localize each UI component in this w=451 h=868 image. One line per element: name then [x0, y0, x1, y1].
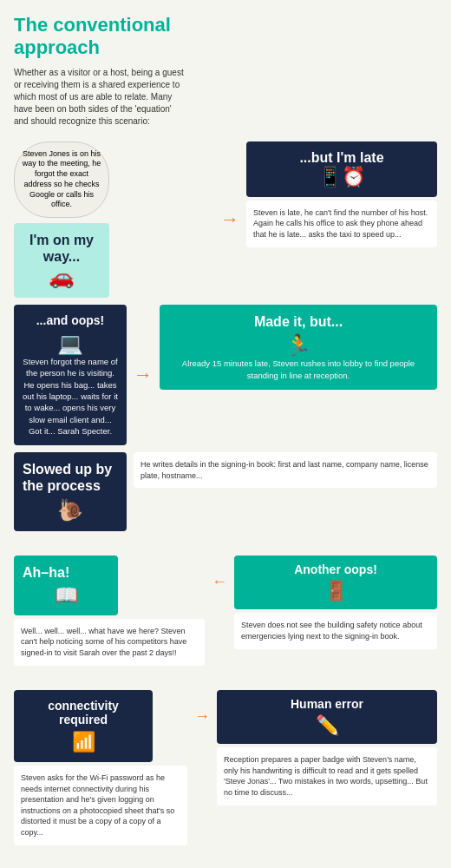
- arrow-right-2: →: [134, 364, 153, 386]
- and-oops-box: ...and oops! 💻 Steven forgot the name of…: [14, 305, 127, 445]
- late-desc: Steven is late, he can't find the number…: [246, 201, 437, 247]
- divider-1: [14, 538, 437, 556]
- made-it-box: Made it, but... 🏃 Already 15 minutes lat…: [160, 305, 437, 390]
- ah-ha-box: Ah–ha! 📖: [14, 556, 118, 615]
- human-error-box: Human error ✏️: [217, 690, 437, 745]
- connectivity-title: connectivity required: [23, 699, 144, 728]
- another-oops-box: Another oops! 🚪: [234, 556, 437, 610]
- ah-ha-title: Ah–ha!: [23, 564, 109, 581]
- human-error-title: Human error: [224, 697, 430, 712]
- made-it-desc: Already 15 minutes late, Steven rushes i…: [168, 358, 428, 381]
- page-title: The conventional approach: [14, 14, 187, 60]
- page-container: The conventional approach Whether as a v…: [0, 0, 451, 868]
- connectivity-box: connectivity required 📶: [14, 690, 153, 763]
- pencil-icon: ✏️: [224, 714, 430, 737]
- im-on-my-way-title: I'm on my way...: [23, 232, 101, 265]
- arrow-right-3: ←: [212, 573, 227, 591]
- but-im-late-box: ...but I'm late 📱⏰: [246, 141, 437, 197]
- ah-ha-desc: Well... well... well... what have we her…: [14, 619, 205, 666]
- car-icon: 🚗: [23, 265, 101, 289]
- connectivity-desc: Steven asks for the Wi-Fi password as he…: [14, 766, 187, 845]
- arrow-right-4: →: [194, 707, 210, 726]
- flow-row-5: connectivity required 📶 Steven asks for …: [14, 690, 437, 845]
- running-icon: 🏃: [168, 333, 428, 358]
- another-oops-group: Another oops! 🚪 Steven does not see the …: [234, 556, 437, 649]
- book-icon: 📖: [23, 584, 109, 607]
- flow-row-3: Slowed up by the process 🐌 He writes det…: [14, 452, 437, 530]
- flow-row-1: Steven Jones is on his way to the meetin…: [14, 141, 437, 299]
- human-error-group: Human error ✏️ Reception prepares a pape…: [217, 690, 437, 806]
- wifi-icon: 📶: [23, 731, 144, 753]
- snail-icon: 🐌: [23, 498, 118, 523]
- another-oops-desc: Steven does not see the building safety …: [234, 613, 437, 648]
- door-icon: 🚪: [241, 580, 430, 602]
- header-description: Whether as a visitor or a host, being a …: [14, 67, 187, 128]
- made-it-title: Made it, but...: [168, 313, 428, 330]
- arrow-right-1: →: [220, 208, 239, 231]
- but-im-late-group: ...but I'm late 📱⏰ Steven is late, he ca…: [246, 141, 437, 247]
- slowed-box: Slowed up by the process 🐌: [14, 452, 127, 530]
- im-on-my-way-box: I'm on my way... 🚗: [14, 223, 109, 298]
- divider-3: [14, 852, 437, 868]
- oops-desc: Steven forgot the name of the person he …: [23, 356, 118, 437]
- steven-bubble-text: Steven Jones is on his way to the meetin…: [23, 149, 101, 208]
- oops-icon: 💻: [23, 332, 118, 356]
- human-error-desc: Reception prepares a paper badge with St…: [217, 747, 437, 805]
- flow-row-4: Ah–ha! 📖 Well... well... well... what ha…: [14, 556, 437, 666]
- steven-bubble: Steven Jones is on his way to the meetin…: [14, 141, 109, 218]
- slowed-desc: He writes details in the signing-in book…: [134, 452, 437, 488]
- late-icon: 📱⏰: [255, 166, 428, 188]
- divider-2: [14, 673, 437, 690]
- flow-row-2: ...and oops! 💻 Steven forgot the name of…: [14, 305, 437, 445]
- but-im-late-title: ...but I'm late: [255, 150, 428, 166]
- slowed-title: Slowed up by the process: [23, 461, 118, 494]
- and-oops-title: ...and oops!: [23, 313, 118, 328]
- another-oops-title: Another oops!: [241, 562, 430, 577]
